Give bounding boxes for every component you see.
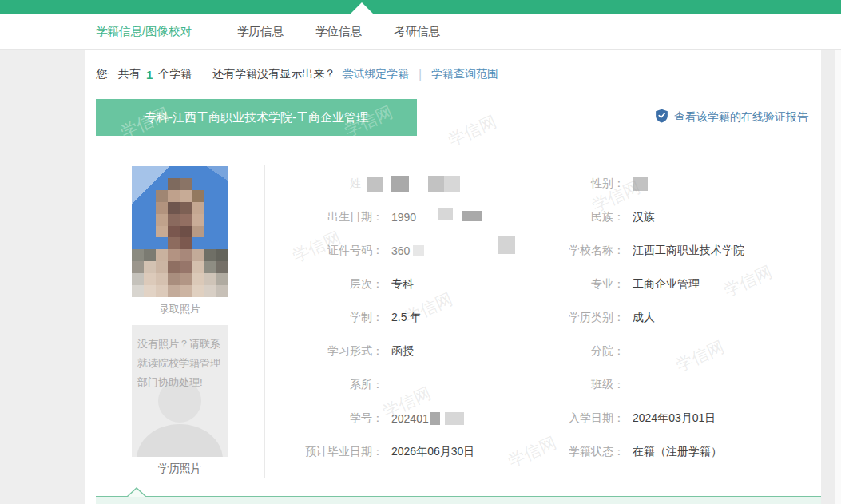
field-expected-graduation: 预计毕业日期： 2026年06月30日 <box>278 435 534 469</box>
summary-suffix: 个学籍 <box>158 67 192 81</box>
redacted-block <box>462 211 482 221</box>
field-school-name: 学校名称： 江西工商职业技术学院 <box>526 234 821 268</box>
page: 学籍信息/图像校对 学历信息 学位信息 考研信息 您一共有 1 个学籍 还有学籍… <box>0 0 841 504</box>
admission-photo-caption: 录取照片 <box>132 302 228 316</box>
bind-record-link[interactable]: 尝试绑定学籍 <box>342 67 409 81</box>
redacted-block <box>438 208 453 220</box>
field-name: 姓 <box>278 167 534 200</box>
top-notch <box>350 2 374 14</box>
tab-student-status[interactable]: 学籍信息/图像校对 <box>96 24 192 39</box>
tab-degree-info[interactable]: 学位信息 <box>315 24 362 39</box>
summary-row: 您一共有 1 个学籍 还有学籍没有显示出来？ 尝试绑定学籍 | 学籍查询范围 <box>96 66 498 82</box>
field-education-category: 学历类别： 成人 <box>526 301 821 335</box>
tab-bar: 学籍信息/图像校对 学历信息 学位信息 考研信息 <box>0 14 841 50</box>
degree-photo-caption: 学历照片 <box>132 462 228 476</box>
link-separator: | <box>419 68 422 81</box>
query-scope-link[interactable]: 学籍查询范围 <box>431 67 498 81</box>
fields-right-column: 性别： 民族： 汉族 学校名称： 江西工商职业技术学院 专业： 工商企业管理 学… <box>526 167 821 469</box>
field-status: 学籍状态： 在籍（注册学籍） <box>526 435 821 469</box>
record-count: 1 <box>146 68 153 81</box>
summary-prefix: 您一共有 <box>96 67 141 81</box>
field-birthdate: 出生日期： 1990 <box>278 200 534 234</box>
verify-report-label: 查看该学籍的在线验证报告 <box>674 110 808 125</box>
fields-left-column: 姓 出生日期： 1990 证件号码： 360 层次： 专科 <box>278 167 534 469</box>
field-id-number: 证件号码： 360 <box>278 234 534 268</box>
field-branch-college: 分院： <box>526 335 821 368</box>
redacted-block <box>428 176 444 192</box>
record-banner: 专科-江西工商职业技术学院-工商企业管理 <box>96 99 417 136</box>
field-student-number: 学号： 202401 <box>278 402 534 435</box>
missing-record-question: 还有学籍没有显示出来？ <box>212 67 335 81</box>
top-green-bar <box>0 0 841 14</box>
shield-check-icon <box>655 109 668 126</box>
field-major: 专业： 工商企业管理 <box>526 268 821 301</box>
redacted-block <box>430 412 440 425</box>
verify-report-link[interactable]: 查看该学籍的在线验证报告 <box>655 109 808 126</box>
tab-postgrad-info[interactable]: 考研信息 <box>394 24 440 39</box>
redacted-block <box>445 412 464 425</box>
scrollbar-track[interactable] <box>835 50 841 504</box>
redacted-block <box>633 177 648 191</box>
field-level: 层次： 专科 <box>278 268 534 301</box>
field-ethnicity: 民族： 汉族 <box>526 200 821 234</box>
redacted-block <box>498 236 515 254</box>
redacted-block <box>391 176 409 192</box>
field-duration: 学制： 2.5 年 <box>278 301 534 335</box>
redacted-block <box>413 245 424 256</box>
field-enrollment-date: 入学日期： 2024年03月01日 <box>526 402 821 435</box>
field-study-form: 学习形式： 函授 <box>278 335 534 368</box>
vertical-divider <box>264 165 265 478</box>
next-record-panel[interactable] <box>96 496 821 504</box>
redacted-block <box>444 176 460 192</box>
record-banner-title: 专科-江西工商职业技术学院-工商企业管理 <box>145 110 368 124</box>
field-class: 班级： <box>526 368 821 402</box>
redacted-block <box>367 177 383 192</box>
admission-photo <box>132 166 228 297</box>
degree-photo-placeholder: 没有照片？请联系就读院校学籍管理部门协助处理! <box>132 325 228 457</box>
field-gender: 性别： <box>526 167 821 200</box>
field-department: 系所： <box>278 368 534 402</box>
no-photo-message: 没有照片？请联系就读院校学籍管理部门协助处理! <box>132 335 228 392</box>
tab-education-info[interactable]: 学历信息 <box>237 24 284 39</box>
